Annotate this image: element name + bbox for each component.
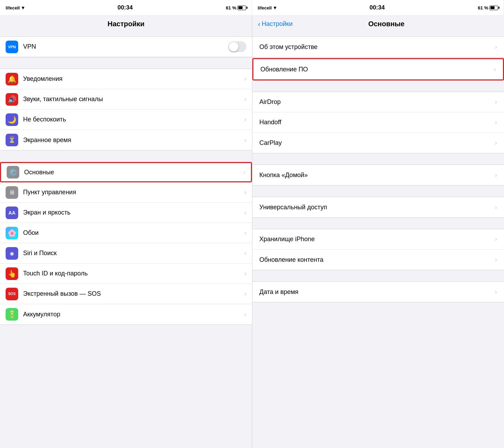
right-settings-list: Об этом устройстве › Обновление ПО › Air… (252, 31, 504, 448)
siri-icon: ◉ (6, 247, 18, 260)
chevron-icon: › (495, 236, 497, 243)
left-nav: Настройки (0, 16, 252, 31)
general-item[interactable]: ⚙️ Основные › (0, 162, 252, 182)
notifications-item[interactable]: 🔔 Уведомления › (0, 69, 252, 89)
spacer (0, 31, 252, 36)
controlcenter-item[interactable]: ⊞ Пункт управления › (0, 182, 252, 203)
sounds-item[interactable]: 🔊 Звуки, тактильные сигналы › (0, 89, 252, 110)
accessibility-item[interactable]: Универсальный доступ › (252, 197, 504, 217)
airdrop-group: AirDrop › Handoff › CarPlay › (252, 92, 504, 153)
handoff-label: Handoff (259, 119, 495, 126)
dual-status-bar: lifecell ▾ 00:34 61 % lifecell ▾ 00:34 6… (0, 0, 504, 16)
donotdisturb-item[interactable]: 🌙 Не беспокоить › (0, 110, 252, 130)
software-item[interactable]: Обновление ПО › (253, 59, 503, 79)
display-label: Экран и яркость (23, 209, 244, 216)
vpn-item[interactable]: VPN VPN (0, 37, 252, 57)
chevron-icon: › (244, 189, 246, 196)
chevron-icon: › (244, 209, 246, 216)
left-status-left: lifecell ▾ (6, 5, 24, 10)
chevron-icon: › (244, 96, 246, 103)
spacer (252, 31, 504, 36)
controlcenter-label: Пункт управления (23, 189, 244, 196)
spacer (0, 57, 252, 69)
right-panel: ‹ Настройки Основные Об этом устройстве … (252, 16, 504, 448)
left-battery: 61 % (226, 5, 246, 10)
carplay-item[interactable]: CarPlay › (252, 133, 504, 153)
about-item[interactable]: Об этом устройстве › (252, 37, 504, 57)
datetime-label: Дата и время (259, 288, 495, 296)
datetime-group: Дата и время › (252, 281, 504, 302)
vpn-group: VPN VPN (0, 36, 252, 57)
vpn-icon: VPN (6, 41, 18, 53)
homebutton-label: Кнопка «Домой» (259, 172, 495, 179)
right-status-bar: lifecell ▾ 00:34 61 % (252, 0, 504, 15)
homebutton-group: Кнопка «Домой» › (252, 164, 504, 186)
carplay-label: CarPlay (259, 139, 495, 147)
touchid-label: Touch ID и код-пароль (23, 270, 244, 277)
display-item[interactable]: AA Экран и яркость › (0, 203, 252, 223)
left-settings-list: VPN VPN 🔔 Уведомления › 🔊 Звуки, такти (0, 31, 252, 448)
accessibility-label: Универсальный доступ (259, 204, 495, 211)
notifications-label: Уведомления (23, 75, 244, 83)
left-carrier: lifecell (6, 5, 20, 10)
storage-item[interactable]: Хранилище iPhone › (252, 229, 504, 250)
main-content: Настройки VPN VPN 🔔 Уведомления (0, 16, 504, 448)
right-time: 00:34 (370, 4, 385, 11)
chevron-icon: › (495, 172, 497, 179)
siri-item[interactable]: ◉ Siri и Поиск › (0, 243, 252, 264)
vpn-label: VPN (23, 43, 228, 50)
right-battery-icon (489, 6, 498, 10)
homebutton-item[interactable]: Кнопка «Домой» › (252, 165, 504, 185)
siri-label: Siri и Поиск (23, 250, 244, 257)
sos-item[interactable]: SOS Экстренный вызов — SOS › (0, 284, 252, 304)
chevron-icon: › (244, 136, 246, 144)
left-battery-icon (237, 6, 246, 10)
spacer (252, 270, 504, 281)
chevron-icon: › (495, 43, 497, 51)
chevron-icon: › (495, 256, 497, 264)
screentime-label: Экранное время (23, 136, 244, 144)
screentime-icon: ⏳ (6, 134, 18, 146)
general-group: ⚙️ Основные › ⊞ Пункт управления › AA Эк… (0, 162, 252, 325)
chevron-icon: › (244, 311, 246, 318)
back-button[interactable]: ‹ Настройки (258, 20, 293, 28)
about-group: Об этом устройстве › (252, 36, 504, 57)
right-title: Основные (368, 20, 405, 28)
storage-group: Хранилище iPhone › Обновление контента › (252, 229, 504, 270)
handoff-item[interactable]: Handoff › (252, 112, 504, 133)
chevron-icon: › (244, 290, 246, 298)
chevron-icon: › (244, 229, 246, 237)
back-label: Настройки (262, 20, 293, 28)
storage-label: Хранилище iPhone (259, 236, 495, 243)
chevron-icon: › (244, 250, 246, 257)
right-status-right: 61 % (478, 5, 498, 10)
bgrefresh-label: Обновление контента (259, 256, 495, 264)
general-icon: ⚙️ (7, 166, 19, 178)
bgrefresh-item[interactable]: Обновление контента › (252, 250, 504, 270)
spacer (252, 153, 504, 164)
left-panel: Настройки VPN VPN 🔔 Уведомления (0, 16, 252, 448)
touchid-item[interactable]: 👆 Touch ID и код-пароль › (0, 264, 252, 284)
notifications-group: 🔔 Уведомления › 🔊 Звуки, тактильные сигн… (0, 69, 252, 150)
vpn-toggle[interactable] (228, 41, 246, 52)
datetime-item[interactable]: Дата и время › (252, 282, 504, 302)
right-carrier: lifecell (258, 5, 272, 10)
battery-icon: 🔋 (6, 308, 18, 321)
chevron-icon: › (495, 98, 497, 106)
screentime-item[interactable]: ⏳ Экранное время › (0, 130, 252, 150)
chevron-icon: › (244, 116, 246, 123)
sounds-label: Звуки, тактильные сигналы (23, 96, 244, 103)
wallpaper-item[interactable]: 🌸 Обои › (0, 223, 252, 243)
sounds-icon: 🔊 (6, 93, 18, 106)
touchid-icon: 👆 (6, 267, 18, 280)
airdrop-item[interactable]: AirDrop › (252, 92, 504, 112)
spacer (252, 80, 504, 92)
donotdisturb-icon: 🌙 (6, 113, 18, 126)
chevron-icon: › (495, 204, 497, 211)
left-title: Настройки (107, 20, 145, 28)
left-time: 00:34 (118, 4, 133, 11)
right-wifi-icon: ▾ (274, 5, 276, 10)
right-status-left: lifecell ▾ (258, 5, 276, 10)
general-label: Основные (24, 169, 243, 176)
battery-item[interactable]: 🔋 Аккумулятор › (0, 304, 252, 324)
